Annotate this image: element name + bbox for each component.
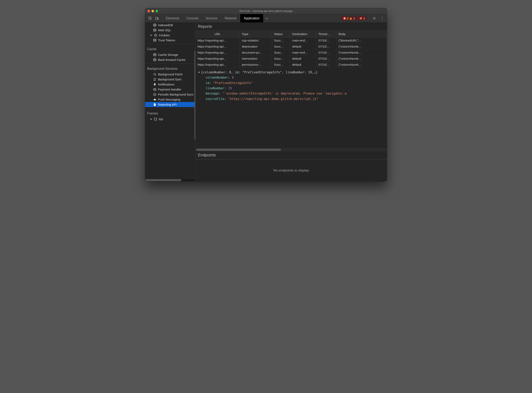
table-cell-status[interactable]: Succ… [272, 49, 290, 56]
sidebar-item-indexeddb[interactable]: IndexedDB [145, 23, 195, 28]
table-cell-ts[interactable]: 07/10/… [316, 62, 337, 68]
col-destination[interactable]: Destination [290, 31, 316, 38]
device-toolbar-icon[interactable] [154, 16, 160, 21]
warnings-count: 1 [353, 17, 355, 20]
sidebar-horizontal-scrollbar[interactable] [145, 179, 195, 181]
table-cell-dest[interactable]: main-end… [290, 38, 316, 44]
table-cell-url[interactable]: https://reporting-api… [195, 38, 240, 44]
table-cell-ts[interactable]: 07/10/… [316, 49, 337, 56]
clock-icon [153, 93, 156, 96]
sidebar-item-bfcache[interactable]: Back-forward Cache [145, 57, 195, 62]
titlebar: DevTools - reporting-api-demo.glitch.me/… [145, 8, 387, 14]
report-detail-json[interactable]: ▼{columnNumber: 8, id: "PrefixedStorageI… [195, 68, 387, 148]
sidebar-item-reporting-api[interactable]: Reporting API [145, 102, 195, 107]
table-cell-url[interactable]: https://reporting-api… [195, 56, 240, 62]
table-cell-body[interactable]: {"columnNumb… [337, 49, 387, 56]
sidebar-item-label: top [159, 117, 163, 121]
sidebar-item-websql[interactable]: Web SQL [145, 28, 195, 33]
col-body[interactable]: Body [337, 31, 387, 38]
tab-application[interactable]: Application [240, 14, 263, 22]
table-cell-ts[interactable]: 07/10/… [316, 44, 337, 49]
table-row[interactable]: https://reporting-api…csp-violationSucc…… [195, 38, 387, 44]
table-cell-status[interactable]: Succ… [272, 56, 290, 62]
sidebar-item-cache-storage[interactable]: Cache Storage [145, 52, 195, 57]
sidebar-scroll[interactable]: IndexedDB Web SQL ▶ Cookies Trust Tokens… [145, 23, 195, 179]
sidebar-item-frame-top[interactable]: ▶ top [145, 117, 195, 122]
sidebar-item-label: Payment Handler [158, 88, 181, 91]
tab-overflow-button[interactable]: » [263, 14, 270, 22]
table-cell-body[interactable]: {"columnNumb… [337, 56, 387, 62]
reporting-api-panel: Reports URL Type Status Destination Time… [195, 23, 387, 181]
sidebar-item-trust-tokens[interactable]: Trust Tokens [145, 38, 195, 43]
table-cell-dest[interactable]: default [290, 44, 316, 49]
sidebar-item-periodic-bg-sync[interactable]: Periodic Background Sync [145, 92, 195, 97]
sidebar-item-push-messaging[interactable]: Push Messaging [145, 97, 195, 102]
detail-key: lineNumber [205, 86, 224, 90]
settings-gear-icon[interactable] [372, 16, 377, 21]
table-row[interactable]: https://reporting-api…interventionSucc…d… [195, 56, 387, 62]
detail-horizontal-scrollbar[interactable] [195, 148, 387, 151]
sidebar-item-label: Push Messaging [158, 98, 180, 101]
table-cell-dest[interactable]: default [290, 56, 316, 62]
minimize-window-button[interactable] [151, 10, 154, 12]
table-row[interactable]: https://reporting-api…permissions-…Succ…… [195, 62, 387, 68]
console-errors-badge[interactable]: 2 1 [341, 16, 357, 20]
table-cell-ts[interactable]: 07/10/… [316, 56, 337, 62]
table-cell-body[interactable]: {"columnNumb… [337, 62, 387, 68]
toolbar-right: 2 1 1 ⋮ [340, 14, 387, 22]
sidebar-item-cookies[interactable]: ▶ Cookies [145, 33, 195, 38]
table-cell-status[interactable]: Succ… [272, 38, 290, 44]
sidebar-item-notifications[interactable]: Notifications [145, 82, 195, 87]
devtools-window: DevTools - reporting-api-demo.glitch.me/… [145, 8, 387, 181]
table-cell-status[interactable]: Succ… [272, 62, 290, 68]
tab-elements[interactable]: Elements [162, 14, 183, 22]
cloud-icon [153, 98, 156, 101]
sidebar-item-bg-fetch[interactable]: Background Fetch [145, 72, 195, 77]
error-icon [343, 17, 346, 20]
table-cell-type[interactable]: intervention [240, 56, 272, 62]
issues-badge[interactable]: 1 [358, 16, 366, 20]
window-title: DevTools - reporting-api-demo.glitch.me/… [145, 10, 387, 13]
table-cell-ts[interactable]: 07/10/… [316, 38, 337, 44]
tab-network[interactable]: Network [221, 14, 240, 22]
table-cell-url[interactable]: https://reporting-api… [195, 62, 240, 68]
sidebar-item-label: Web SQL [158, 28, 171, 32]
col-url[interactable]: URL [195, 31, 240, 38]
table-cell-type[interactable]: csp-violation [240, 38, 272, 44]
table-cell-type[interactable]: deprecation [240, 44, 272, 49]
sidebar-item-bg-sync[interactable]: Background Sync [145, 77, 195, 82]
sidebar-item-label: Trust Tokens [158, 39, 175, 42]
tab-sources[interactable]: Sources [202, 14, 221, 22]
col-timestamp[interactable]: Timest… [316, 31, 337, 38]
table-row[interactable]: https://reporting-api…document-po…Succ…m… [195, 49, 387, 56]
table-cell-body[interactable]: {"blockedURL":… [337, 38, 387, 44]
close-window-button[interactable] [147, 10, 150, 12]
sidebar-item-label: Notifications [158, 83, 175, 86]
inspect-element-icon[interactable] [147, 16, 153, 21]
detail-key: id [205, 81, 209, 85]
kebab-menu-icon[interactable]: ⋮ [380, 16, 385, 21]
table-cell-type[interactable]: permissions-… [240, 62, 272, 68]
col-type[interactable]: Type [240, 31, 272, 38]
table-row[interactable]: https://reporting-api…deprecationSucc…de… [195, 44, 387, 49]
col-status[interactable]: Status [272, 31, 290, 38]
sidebar-item-label: IndexedDB [158, 23, 173, 27]
table-cell-body[interactable]: {"columnNumb… [337, 44, 387, 49]
reports-table: URL Type Status Destination Timest… Body… [195, 31, 387, 68]
detail-summary: {columnNumber: 8, id: "PrefixedStorageIn… [201, 71, 317, 74]
table-cell-type[interactable]: document-po… [240, 49, 272, 56]
endpoints-empty-text: No endpoints to display [273, 168, 309, 172]
zoom-window-button[interactable] [156, 10, 158, 12]
table-cell-status[interactable]: Succ… [272, 44, 290, 49]
sidebar-divider [145, 108, 195, 108]
detail-value: 19 [228, 86, 232, 90]
errors-count: 2 [347, 17, 349, 20]
sidebar-item-payment-handler[interactable]: Payment Handler [145, 87, 195, 92]
table-cell-url[interactable]: https://reporting-api… [195, 44, 240, 49]
table-cell-dest[interactable]: default [290, 62, 316, 68]
cookie-icon [154, 34, 157, 37]
table-cell-dest[interactable]: main-end… [290, 49, 316, 56]
table-cell-url[interactable]: https://reporting-api… [195, 49, 240, 56]
tab-console[interactable]: Console [183, 14, 202, 22]
endpoints-empty-state: No endpoints to display [195, 159, 387, 181]
